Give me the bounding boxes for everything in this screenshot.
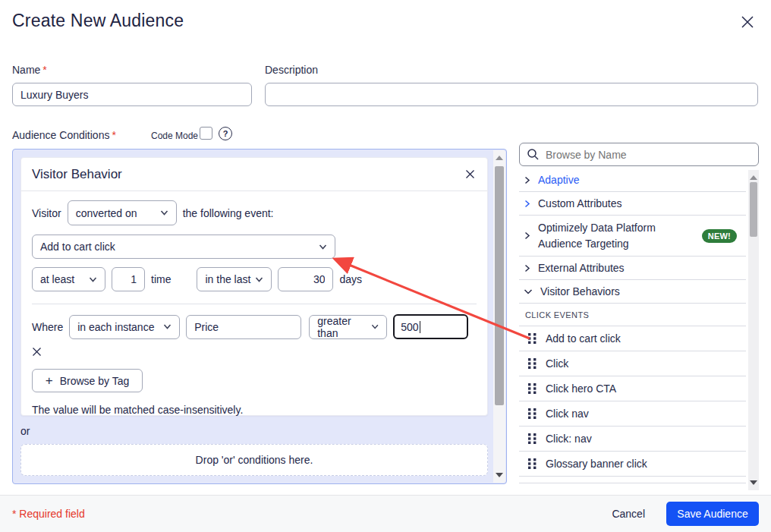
attribute-browser-sidebar: Adaptive Custom Attributes Optimizely Da… xyxy=(519,143,759,483)
text-caret xyxy=(420,321,420,333)
where-value-input[interactable]: 500 xyxy=(393,314,468,339)
drag-handle-icon[interactable] xyxy=(528,408,537,419)
name-required-asterisk: * xyxy=(42,64,46,76)
close-icon[interactable] xyxy=(739,14,756,30)
event-item-glossary-banner-click[interactable]: Glossary banner click xyxy=(519,452,746,477)
event-item-add-to-cart-click[interactable]: Add to cart click xyxy=(519,326,746,351)
visitor-match-row: Visitor converted on the following event… xyxy=(32,200,477,225)
tree-item-label: Visitor Behaviors xyxy=(540,285,620,297)
required-field-note: * Required field xyxy=(12,508,85,520)
where-field-input[interactable] xyxy=(186,315,301,339)
description-label: Description xyxy=(265,64,318,76)
new-badge: NEW! xyxy=(702,229,737,243)
or-drop-zone[interactable]: Drop 'or' conditions here. xyxy=(20,444,488,476)
where-operator-select[interactable]: greater than xyxy=(309,315,387,339)
or-label: or xyxy=(20,425,30,437)
name-label: Name* xyxy=(12,64,47,76)
chevron-down-icon xyxy=(319,244,327,250)
browse-by-tag-label: Browse by Tag xyxy=(60,375,130,387)
save-audience-button[interactable]: Save Audience xyxy=(666,502,759,526)
where-value-text: 500 xyxy=(401,321,418,333)
time-label: time xyxy=(151,273,171,285)
drag-handle-icon[interactable] xyxy=(528,458,537,469)
drag-handle-icon[interactable] xyxy=(528,433,537,444)
scroll-up-icon[interactable] xyxy=(750,175,757,180)
attribute-tree: Adaptive Custom Attributes Optimizely Da… xyxy=(519,168,759,483)
search-input[interactable] xyxy=(519,143,759,166)
chevron-down-icon xyxy=(163,324,172,329)
conditions-scrollbar[interactable] xyxy=(493,150,505,483)
tree-item-label: Adaptive xyxy=(538,174,579,186)
drag-handle-icon[interactable] xyxy=(528,383,537,394)
sidebar-scrollbar[interactable] xyxy=(748,170,759,490)
plus-icon: + xyxy=(46,374,53,387)
browse-by-tag-button[interactable]: + Browse by Tag xyxy=(32,369,143,392)
tree-item-external-attributes[interactable]: External Attributes xyxy=(519,257,746,280)
chevron-down-icon xyxy=(255,277,263,282)
search-icon xyxy=(527,148,540,164)
frequency-row: at least time in the last days xyxy=(32,267,477,291)
event-select[interactable]: Add to cart click xyxy=(32,235,335,259)
days-label: days xyxy=(339,273,362,285)
tree-item-custom-attributes[interactable]: Custom Attributes xyxy=(519,192,746,216)
drag-handle-icon[interactable] xyxy=(528,358,537,369)
click-events-section-header: CLICK EVENTS xyxy=(519,304,746,326)
name-field[interactable] xyxy=(12,83,252,106)
condition-close-icon[interactable] xyxy=(465,169,475,179)
code-mode-checkbox[interactable] xyxy=(200,127,212,140)
scroll-down-icon[interactable] xyxy=(750,480,757,485)
event-item-label: Click: nav xyxy=(546,433,592,445)
event-item-click[interactable]: Click xyxy=(519,351,746,376)
case-sensitivity-note: The value will be matched case-insensiti… xyxy=(32,404,477,416)
event-item-label: Click hero CTA xyxy=(546,382,616,395)
dialog-footer: * Required field Cancel Save Audience xyxy=(0,495,771,532)
event-item-label: Click nav xyxy=(546,408,589,420)
audience-conditions-label-text: Audience Conditions xyxy=(12,129,109,141)
code-mode-label: Code Mode xyxy=(151,131,198,141)
days-count-field[interactable] xyxy=(278,267,333,291)
condition-card-title: Visitor Behavior xyxy=(32,167,122,182)
frequency-count-field[interactable] xyxy=(112,267,145,291)
conditions-required-asterisk: * xyxy=(112,129,115,141)
frequency-qualifier-select[interactable]: at least xyxy=(32,267,105,291)
time-window-value: in the last xyxy=(205,273,250,285)
where-scope-select[interactable]: in each instance xyxy=(69,315,180,339)
chevron-right-icon xyxy=(524,200,530,208)
event-item-click-colon-nav[interactable]: Click: nav xyxy=(519,427,746,452)
page-title: Create New Audience xyxy=(12,11,184,31)
tree-item-visitor-behaviors[interactable]: Visitor Behaviors xyxy=(519,280,746,304)
tree-item-label: Optimizely Data Platform Audience Target… xyxy=(538,220,690,251)
scrollbar-thumb[interactable] xyxy=(495,166,504,405)
chevron-down-icon xyxy=(371,324,379,329)
event-item-click-nav[interactable]: Click nav xyxy=(519,401,746,427)
cancel-button[interactable]: Cancel xyxy=(612,508,645,520)
time-window-select[interactable]: in the last xyxy=(197,267,272,291)
name-label-text: Name xyxy=(12,64,40,76)
chevron-right-icon xyxy=(524,176,530,184)
scroll-up-icon[interactable] xyxy=(496,156,503,160)
where-label: Where xyxy=(32,321,63,333)
drag-handle-icon[interactable] xyxy=(528,333,537,344)
match-type-value: converted on xyxy=(76,207,137,219)
tree-item-adaptive[interactable]: Adaptive xyxy=(519,168,746,192)
event-item-label: Glossary banner click xyxy=(546,458,647,470)
tree-item-odp-audience-targeting[interactable]: Optimizely Data Platform Audience Target… xyxy=(519,216,746,257)
scrollbar-thumb[interactable] xyxy=(750,182,757,237)
event-item-label: Add to cart click xyxy=(546,332,621,345)
audience-conditions-label: Audience Conditions* xyxy=(12,129,116,141)
chevron-down-icon xyxy=(160,210,168,216)
event-item-label: Click xyxy=(546,357,568,370)
search-box xyxy=(519,143,759,166)
where-operator-value: greater than xyxy=(317,315,371,339)
remove-condition-icon[interactable] xyxy=(32,346,44,360)
event-intro-label: the following event: xyxy=(183,207,274,219)
chevron-down-icon xyxy=(89,277,97,282)
event-item-click-hero-cta[interactable]: Click hero CTA xyxy=(519,376,746,401)
match-type-select[interactable]: converted on xyxy=(68,200,177,225)
description-field[interactable] xyxy=(265,83,758,106)
visitor-label: Visitor xyxy=(32,207,61,219)
where-scope-value: in each instance xyxy=(77,321,154,333)
scroll-down-icon[interactable] xyxy=(496,473,503,477)
help-icon[interactable]: ? xyxy=(219,127,232,140)
event-select-value: Add to cart click xyxy=(40,241,115,253)
